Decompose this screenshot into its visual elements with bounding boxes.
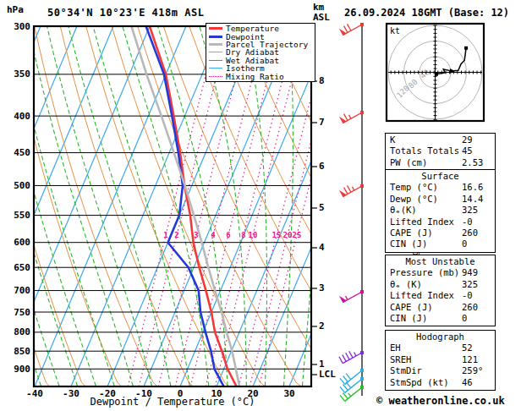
table-row: θₑ(K)325 — [386, 205, 495, 216]
table-row-value: 260 — [462, 302, 478, 313]
pressure-tick-label: 750 — [3, 307, 30, 318]
table-row-label: CIN (J) — [390, 313, 427, 323]
table-row-value: 949 — [462, 267, 478, 278]
temperature-tick-label: 20 — [236, 388, 270, 399]
lcl-label: LCL — [319, 369, 336, 380]
legend-swatch-solid — [209, 68, 222, 68]
pressure-tick-label: 450 — [3, 147, 30, 158]
table-row: K29 — [386, 134, 495, 145]
table-row: CAPE (J)260 — [386, 227, 495, 238]
temperature-tick-label: 10 — [200, 388, 233, 399]
table-row-value: 52 — [462, 342, 473, 353]
mixing-ratio-label: 10 — [244, 231, 262, 239]
altitude-tick-label: 7 — [319, 117, 325, 128]
legend-item-label: Temperature — [226, 25, 279, 32]
legend-swatch-solid — [209, 52, 222, 52]
legend-swatch-solid — [209, 60, 222, 61]
table-row-label: StmDir — [390, 365, 422, 375]
temperature-tick-label: -10 — [127, 388, 161, 399]
legend-item: Mixing Ratio — [208, 72, 313, 79]
altitude-tick-label: 8 — [319, 75, 325, 86]
table-row-label: K — [390, 134, 395, 145]
legend-item: Temperature — [208, 25, 313, 32]
table-row: CIN (J)0 — [386, 238, 495, 249]
legend: TemperatureDewpointParcel TrajectoryDry … — [206, 23, 315, 82]
stats-table-indices: K29Totals Totals45PW (cm)2.53 — [385, 133, 496, 171]
hodograph: 4080120 — [387, 24, 484, 121]
table-row-label: Lifted Index — [390, 216, 454, 227]
pressure-tick-label: 650 — [3, 262, 30, 273]
table-row-label: Temp (°C) — [390, 182, 438, 192]
table-header: Hodograph — [386, 332, 495, 342]
table-row-value: -0 — [462, 216, 473, 227]
table-row-value: 259° — [462, 365, 483, 376]
table-row-label: θₑ(K) — [390, 205, 417, 215]
table-row-value: 16.6 — [462, 182, 483, 193]
table-row-label: EH — [390, 342, 401, 353]
temperature-tick-label: -20 — [90, 388, 124, 399]
table-header: Surface — [386, 171, 495, 182]
wind-barb-icon — [339, 351, 364, 364]
table-row-label: Dewp (°C) — [390, 194, 438, 204]
table-row: SREH121 — [386, 354, 495, 365]
table-row-value: 14.4 — [462, 194, 483, 205]
wind-barb-icon — [339, 23, 364, 36]
table-row: Lifted Index-0 — [386, 216, 495, 227]
table-row-value: -0 — [462, 290, 473, 301]
wind-barb-icon — [340, 377, 364, 392]
table-row: θₑ (K)325 — [386, 279, 495, 290]
altitude-tick-label: 4 — [319, 242, 325, 253]
table-row: CAPE (J)260 — [386, 302, 495, 313]
table-row-label: θₑ (K) — [390, 279, 422, 289]
altitude-tick-label: 3 — [319, 282, 325, 293]
table-row: Lifted Index-0 — [386, 290, 495, 301]
temperature-tick-label: 0 — [163, 388, 197, 399]
legend-item-label: Mixing Ratio — [226, 73, 284, 80]
table-row-value: 29 — [462, 134, 473, 145]
wind-barb-icon — [339, 184, 364, 197]
table-row: EH52 — [386, 342, 495, 353]
table-row: Pressure (mb)949 — [386, 267, 495, 278]
pressure-tick-label: 800 — [3, 326, 30, 337]
wind-barb-icon — [339, 290, 364, 303]
pressure-tick-label: 600 — [3, 237, 30, 248]
skewt-sounding-page: 4080120 hPa 50°34'N 10°23'E 418m ASL km … — [0, 0, 532, 411]
altitude-tick-label: 6 — [319, 161, 325, 172]
table-row-value: 2.53 — [462, 157, 483, 168]
wind-barb-icon — [340, 386, 364, 401]
wind-barb-icon — [339, 111, 364, 123]
table-row-label: PW (cm) — [390, 157, 427, 167]
legend-item-label: Dry Adiabat — [226, 48, 279, 56]
mixing-ratio-label: 2 — [167, 231, 186, 239]
legend-item-label: Isotherm — [226, 64, 265, 72]
pressure-tick-label: 350 — [3, 68, 30, 79]
table-row: StmSpd (kt)46 — [386, 377, 495, 388]
hodograph-unit-label: kt — [390, 26, 400, 36]
temperature-tick-label: -30 — [54, 388, 88, 399]
legend-item: Isotherm — [208, 64, 313, 72]
table-row-value: 46 — [462, 377, 473, 388]
pressure-tick-label: 700 — [3, 285, 30, 296]
table-row-label: CAPE (J) — [390, 302, 433, 312]
legend-swatch-solid — [209, 43, 222, 46]
altitude-tick-label: 2 — [319, 321, 325, 332]
temperature-tick-label: 30 — [272, 388, 306, 399]
dry-adiabat-line — [499, 26, 532, 386]
table-row: Totals Totals45 — [386, 145, 495, 156]
table-row: StmDir259° — [386, 365, 495, 376]
table-row-label: Pressure (mb) — [390, 267, 459, 277]
table-row-value: 121 — [462, 354, 478, 365]
pressure-tick-label: 500 — [3, 180, 30, 191]
table-row-label: SREH — [390, 354, 411, 364]
pressure-axis-unit: hPa — [7, 4, 24, 15]
altitude-tick-label: 5 — [319, 202, 325, 213]
table-row-value: 325 — [462, 205, 478, 216]
mixing-ratio-label: 25 — [288, 231, 306, 239]
table-row-value: 325 — [462, 279, 478, 290]
pressure-tick-label: 850 — [3, 346, 30, 357]
stats-table-surface: SurfaceTemp (°C)16.6Dewp (°C)14.4θₑ(K)32… — [385, 169, 496, 253]
table-header: Most Unstable — [386, 256, 495, 267]
pressure-tick-label: 550 — [3, 210, 30, 221]
run-date: 26.09.2024 18GMT (Base: 12) — [344, 7, 509, 19]
pressure-tick-label: 300 — [3, 21, 30, 32]
